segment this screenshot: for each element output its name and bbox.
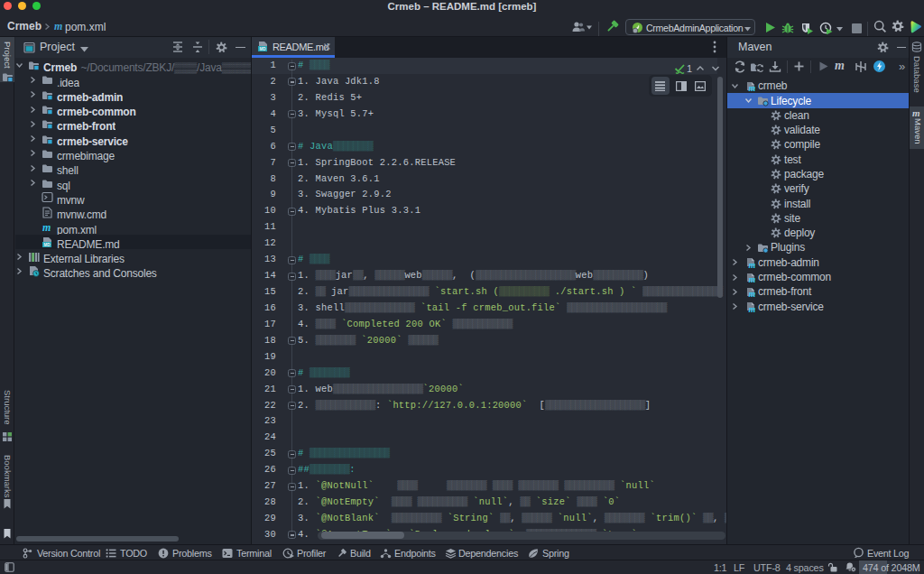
svg-text:MD: MD [43,243,51,247]
svg-text:MD: MD [259,47,266,51]
